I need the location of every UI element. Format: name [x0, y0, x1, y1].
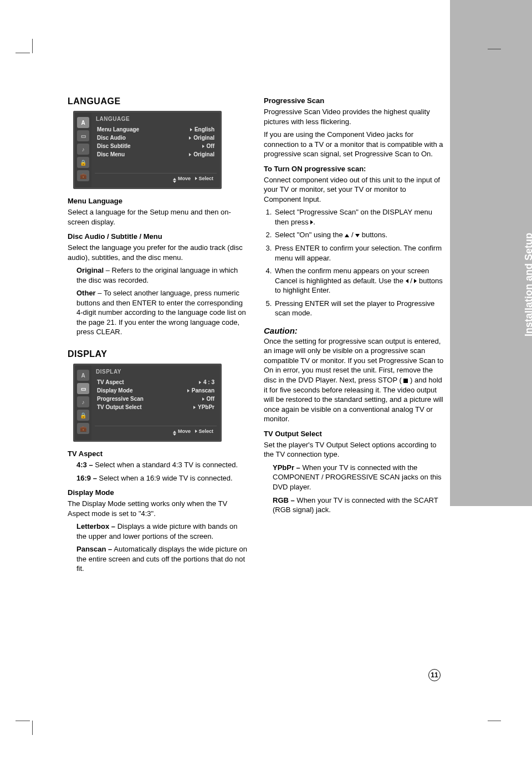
- tv-aspect-heading: TV Aspect: [68, 450, 248, 458]
- crop-mark-icon: [16, 39, 33, 53]
- down-icon: [355, 234, 360, 237]
- menu-footer: Move Select: [95, 426, 217, 438]
- arrow-right-icon: [202, 397, 204, 401]
- arrow-right-icon: [190, 128, 192, 131]
- body-text: Select the language you prefer for the a…: [68, 243, 248, 262]
- section-tab-sidebar: Installation and Setup: [450, 0, 532, 506]
- up-icon: [345, 234, 349, 237]
- body-text: Set the player's TV Output Select option…: [264, 440, 444, 459]
- language-menu-screenshot: A ▭ ♪ 🔒 💼 LANGUAGE Menu LanguageEnglish …: [73, 111, 222, 189]
- menu-title: DISPLAY: [96, 369, 217, 375]
- tv-aspect-169: 16:9 – Select when a 16:9 wide TV is con…: [76, 473, 248, 483]
- lock-tab-icon: 🔒: [77, 410, 89, 421]
- arrow-right-icon: [187, 389, 190, 392]
- right-icon: [414, 279, 417, 283]
- menu-row: TV Aspect4 : 3: [95, 378, 217, 386]
- disc-audio-heading: Disc Audio / Subtitle / Menu: [68, 232, 248, 241]
- menu-row: Disc SubtitleOff: [95, 142, 217, 150]
- display-heading: DISPLAY: [68, 349, 248, 359]
- updown-icon: [173, 431, 176, 436]
- menu-row: Disc MenuOriginal: [95, 150, 217, 159]
- left-icon: [406, 279, 408, 283]
- arrow-right-icon: [195, 430, 197, 433]
- body-text: If you are using the Component Video jac…: [264, 130, 444, 159]
- original-def: Original – Refers to the original langua…: [76, 265, 248, 285]
- lock-tab-icon: 🔒: [77, 157, 89, 168]
- crop-mark-icon: [488, 721, 501, 721]
- step-item: Select "On" using the / buttons.: [274, 230, 444, 240]
- caution-heading: Caution:: [264, 326, 444, 335]
- body-text: Progressive Scan Video provides the high…: [264, 107, 444, 126]
- tv-aspect-43: 4:3 – Select when a standard 4:3 TV is c…: [76, 460, 248, 470]
- arrow-right-icon: [199, 381, 201, 384]
- step-item: When the confirm menu appears on your sc…: [274, 266, 444, 295]
- menu-row: TV Output SelectYPbPr: [95, 403, 217, 411]
- turn-on-ps-heading: To Turn ON progressive scan:: [264, 165, 444, 173]
- display-tab-icon: ▭: [77, 130, 89, 141]
- section-tab-label: Installation and Setup: [523, 233, 532, 336]
- page-number: 11: [428, 669, 441, 681]
- rgb-def: RGB – When your TV is connected with the…: [273, 496, 444, 515]
- crop-mark-icon: [488, 49, 501, 49]
- right-column: Progressive Scan Progressive Scan Video …: [264, 96, 444, 577]
- arrow-right-icon: [189, 153, 191, 156]
- tv-output-heading: TV Output Select: [264, 430, 444, 438]
- language-tab-icon: A: [77, 370, 89, 381]
- menu-footer: Move Select: [95, 173, 217, 185]
- panscan-def: Panscan – Automatically displays the wid…: [76, 544, 248, 574]
- audio-tab-icon: ♪: [77, 144, 89, 155]
- menu-iconcol: A ▭ ♪ 🔒 💼: [75, 365, 91, 440]
- left-column: LANGUAGE A ▭ ♪ 🔒 💼 LANGUAGE Menu Languag…: [68, 96, 248, 577]
- arrow-right-icon: [193, 406, 196, 409]
- menu-language-heading: Menu Language: [68, 197, 248, 205]
- menu-title: LANGUAGE: [96, 116, 217, 122]
- step-item: Pressing ENTER will set the player to Pr…: [274, 299, 444, 318]
- step-item: Select "Progressive Scan" on the DISPLAY…: [274, 207, 444, 227]
- others-tab-icon: 💼: [77, 423, 89, 434]
- menu-iconcol: A ▭ ♪ 🔒 💼: [75, 113, 91, 187]
- updown-icon: [173, 178, 176, 183]
- progressive-scan-heading: Progressive Scan: [264, 96, 444, 105]
- progressive-scan-steps: Select "Progressive Scan" on the DISPLAY…: [274, 207, 444, 318]
- menu-row: Disc AudioOriginal: [95, 134, 217, 142]
- audio-tab-icon: ♪: [77, 396, 89, 407]
- step-item: Press ENTER to confirm your selection. T…: [274, 243, 444, 263]
- language-heading: LANGUAGE: [68, 96, 248, 106]
- arrow-right-icon: [189, 136, 191, 140]
- other-def: Other – To select another language, pres…: [76, 288, 248, 337]
- body-text: Once the setting for progressive scan ou…: [264, 336, 444, 424]
- menu-row: Progressive ScanOff: [95, 395, 217, 403]
- menu-row: Menu LanguageEnglish: [95, 125, 217, 134]
- letterbox-def: Letterbox – Displays a wide picture with…: [76, 522, 248, 541]
- arrow-right-icon: [195, 177, 197, 180]
- language-tab-icon: A: [77, 117, 89, 128]
- ypbpr-def: YPbPr – When your TV is connected with t…: [273, 463, 444, 492]
- display-menu-screenshot: A ▭ ♪ 🔒 💼 DISPLAY TV Aspect4 : 3 Display…: [73, 364, 222, 442]
- display-tab-icon: ▭: [77, 383, 89, 394]
- body-text: The Display Mode setting works only when…: [68, 499, 248, 518]
- menu-row: Display ModePanscan: [95, 386, 217, 395]
- crop-mark-icon: [16, 721, 33, 735]
- display-mode-heading: Display Mode: [68, 488, 248, 497]
- others-tab-icon: 💼: [77, 170, 89, 181]
- body-text: Select a language for the Setup menu and…: [68, 207, 248, 227]
- body-text: Connect component video out of this unit…: [264, 175, 444, 205]
- arrow-right-icon: [202, 145, 204, 148]
- stop-icon: [403, 379, 408, 383]
